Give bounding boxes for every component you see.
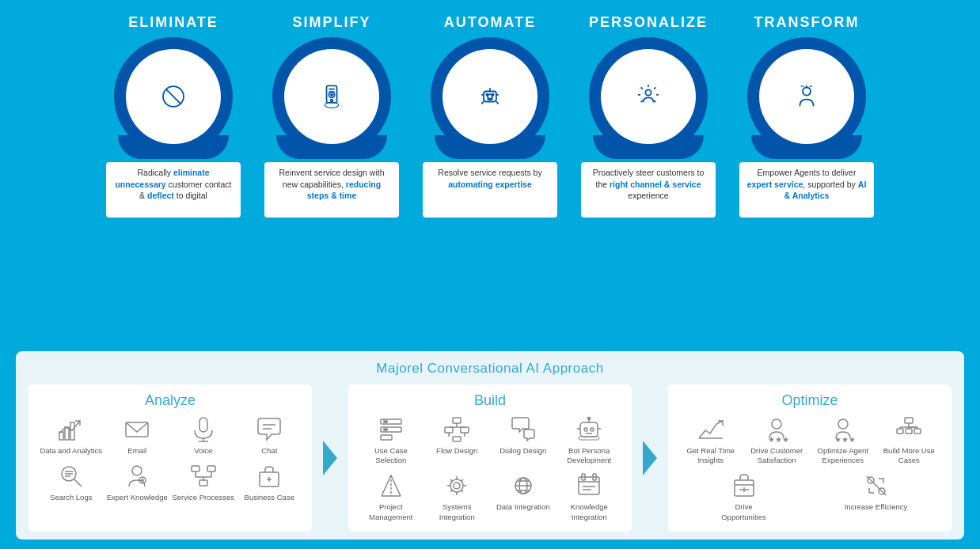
pillar-text-simplify: Reinvent service design with new capabil… bbox=[264, 162, 399, 218]
item-label-knowledge-integration: Knowledge Integration bbox=[557, 502, 621, 522]
item-label-data-analytics: Data and Analytics bbox=[40, 446, 102, 456]
item-email: Email bbox=[105, 415, 169, 456]
pillar-simplify: SIMPLIFY Reinvent service d bbox=[256, 14, 407, 218]
item-realtime-insights: Get Real Time Insights bbox=[679, 415, 743, 466]
svg-line-39 bbox=[74, 479, 82, 487]
item-knowledge-integration: Knowledge Integration bbox=[557, 471, 621, 522]
pillar-title-simplify: SIMPLIFY bbox=[292, 14, 370, 31]
item-label-customer-satisfaction: Drive Customer Satisfaction bbox=[745, 446, 808, 466]
svg-rect-59 bbox=[381, 435, 392, 440]
svg-text:★★★☆☆: ★★★☆☆ bbox=[834, 435, 857, 443]
svg-point-19 bbox=[645, 89, 651, 95]
build-items: Use Case Selection bbox=[358, 415, 622, 525]
item-label-bot-persona: Bot Persona Development bbox=[557, 446, 621, 466]
svg-line-89 bbox=[461, 490, 463, 492]
data-integration-icon bbox=[510, 471, 537, 500]
panel-analyze: Analyze Data and Analytics bbox=[28, 384, 312, 532]
svg-point-104 bbox=[772, 419, 781, 429]
item-use-case: Use Case Selection bbox=[359, 415, 423, 466]
svg-point-16 bbox=[492, 94, 494, 96]
svg-point-106 bbox=[838, 419, 848, 429]
data-analytics-icon bbox=[58, 415, 85, 444]
pillar-title-eliminate: ELIMINATE bbox=[128, 14, 218, 31]
transform-icon bbox=[792, 82, 821, 111]
item-label-increase-efficiency: Increase Efficiency bbox=[845, 502, 908, 512]
svg-rect-108 bbox=[905, 418, 913, 423]
item-label-agent-experiences: Optimize Agent Experiences bbox=[811, 446, 875, 466]
chat-icon bbox=[256, 415, 283, 444]
realtime-insights-icon bbox=[697, 415, 724, 444]
arrow-analyze-build bbox=[318, 384, 342, 532]
svg-rect-71 bbox=[580, 422, 598, 437]
item-label-voice: Voice bbox=[194, 446, 212, 456]
email-icon bbox=[123, 415, 150, 444]
pillar-title-personalize: PERSONALIZE bbox=[589, 14, 708, 31]
business-case-icon bbox=[256, 462, 283, 490]
svg-rect-48 bbox=[207, 466, 215, 471]
bot-persona-icon bbox=[575, 415, 602, 444]
agent-experiences-icon: ★★★☆☆ bbox=[830, 415, 857, 444]
voice-icon bbox=[190, 415, 217, 444]
use-case-icon bbox=[378, 415, 405, 444]
pillar-circle-personalize bbox=[589, 37, 708, 156]
svg-rect-110 bbox=[906, 429, 912, 434]
pillar-text-transform: Empower Agents to deliver expert service… bbox=[739, 162, 874, 218]
arrow-build-optimize bbox=[638, 384, 662, 532]
item-data-analytics: Data and Analytics bbox=[40, 415, 103, 456]
drive-opportunities-icon bbox=[731, 471, 758, 500]
page-wrapper: ELIMINATE Radically eliminate unnecessar… bbox=[0, 0, 980, 218]
svg-point-73 bbox=[591, 428, 594, 431]
item-label-chat: Chat bbox=[261, 446, 277, 456]
svg-point-72 bbox=[584, 428, 587, 431]
panels-row: Analyze Data and Analytics bbox=[28, 384, 952, 532]
panel-build: Build Use Case Selection bbox=[348, 384, 632, 532]
item-data-integration: Data Integration bbox=[492, 471, 555, 522]
eliminate-icon bbox=[159, 82, 188, 111]
pillar-eliminate: ELIMINATE Radically eliminate unnecessar… bbox=[98, 14, 249, 218]
svg-point-83 bbox=[454, 483, 460, 489]
svg-line-90 bbox=[461, 479, 463, 482]
item-drive-opportunities: Drive Opportunities bbox=[712, 471, 776, 522]
pillar-automate: AUTOMATE bbox=[415, 14, 565, 218]
svg-rect-111 bbox=[914, 429, 921, 434]
pillar-circle-automate bbox=[431, 37, 549, 156]
pillar-transform: TRANSFORM Empower Agents to deliver expe… bbox=[731, 14, 882, 218]
item-service-processes: Service Processes bbox=[172, 462, 235, 502]
item-increase-efficiency: Increase Efficiency bbox=[845, 471, 908, 522]
svg-line-26 bbox=[641, 100, 643, 102]
svg-rect-64 bbox=[461, 427, 469, 433]
svg-rect-109 bbox=[897, 429, 903, 434]
item-label-project-mgmt: Project Management bbox=[359, 502, 423, 522]
panel-title-optimize: Optimize bbox=[678, 392, 942, 409]
pillar-circle-transform bbox=[747, 37, 866, 156]
increase-efficiency-icon bbox=[863, 471, 890, 500]
svg-point-15 bbox=[486, 94, 488, 96]
svg-line-14 bbox=[496, 101, 499, 104]
knowledge-integration-icon bbox=[575, 471, 602, 500]
arrow-shape-1 bbox=[323, 441, 337, 475]
svg-rect-60 bbox=[384, 421, 387, 422]
item-label-dialog-design: Dialog Design bbox=[499, 446, 546, 456]
pillar-text-personalize: Proactively steer customers to the right… bbox=[581, 162, 716, 218]
svg-rect-63 bbox=[445, 427, 453, 433]
panel-optimize: Optimize Get Real Time Insights bbox=[668, 384, 952, 532]
item-search-logs: Search Logs bbox=[40, 462, 103, 502]
pillar-circle-simplify bbox=[272, 37, 391, 156]
svg-rect-62 bbox=[453, 418, 461, 423]
item-label-service-processes: Service Processes bbox=[172, 493, 234, 502]
pillar-title-transform: TRANSFORM bbox=[754, 14, 860, 31]
svg-rect-33 bbox=[199, 418, 207, 432]
panel-title-build: Build bbox=[358, 392, 622, 409]
item-label-systems-integration: Systems Integration bbox=[425, 502, 488, 522]
panel-title-analyze: Analyze bbox=[38, 392, 302, 409]
optimize-items: Get Real Time Insights ★★★☆☆ Drive Custo… bbox=[678, 415, 942, 525]
systems-integration-icon bbox=[443, 471, 470, 500]
svg-rect-31 bbox=[70, 422, 74, 440]
svg-rect-49 bbox=[199, 480, 207, 486]
item-label-drive-opportunities: Drive Opportunities bbox=[712, 502, 776, 522]
svg-line-91 bbox=[450, 490, 453, 492]
item-label-expert-knowledge: Expert Knowledge bbox=[107, 493, 168, 502]
svg-rect-65 bbox=[453, 437, 461, 441]
item-more-use-cases: Build More Use Cases bbox=[877, 415, 940, 466]
svg-line-13 bbox=[481, 101, 484, 104]
